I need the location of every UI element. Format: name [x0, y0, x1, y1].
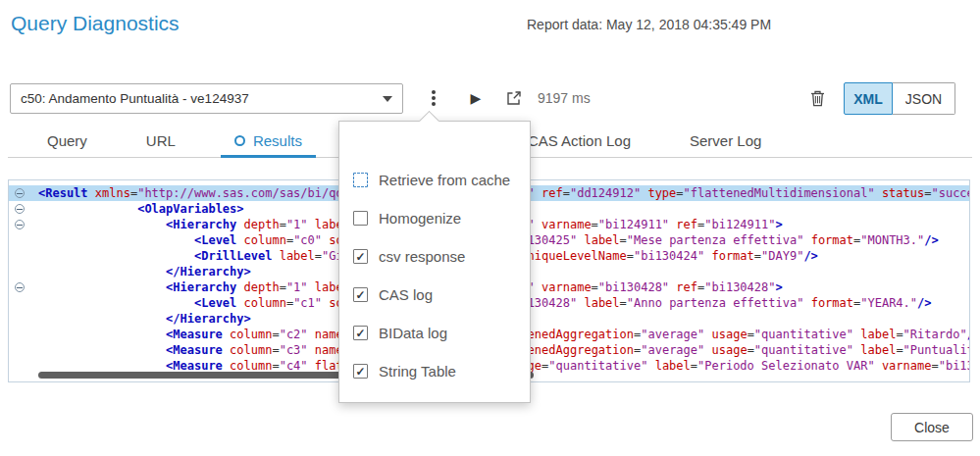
menu-item-label: BIData log	[379, 325, 447, 341]
menu-item-cas-log[interactable]: ✓CAS log	[339, 276, 530, 314]
menu-item-csv-response[interactable]: ✓csv response	[339, 237, 530, 276]
play-icon: ▶	[471, 90, 482, 106]
checkbox-retrieve-from-cache[interactable]	[353, 173, 368, 187]
run-query-button[interactable]: ▶	[463, 83, 489, 113]
tab-label: Query	[47, 132, 87, 149]
page-title: Query Diagnostics	[11, 12, 180, 35]
menu-item-label: CAS log	[379, 286, 433, 303]
report-date-label: Report data:	[527, 17, 602, 32]
tab-query[interactable]: Query	[18, 124, 117, 157]
trash-icon	[810, 90, 825, 107]
format-json-button[interactable]: JSON	[893, 82, 955, 115]
kebab-menu-icon	[432, 96, 436, 100]
collapse-icon[interactable]	[15, 220, 25, 229]
report-date-value: May 12, 2018 04:35:49 PM	[606, 17, 771, 32]
code-text: </Hierarchy>	[38, 312, 251, 326]
menu-item-label: Retrieve from cache	[379, 172, 510, 188]
collapse-icon[interactable]	[15, 188, 25, 198]
menu-item-homogenize[interactable]: Homogenize	[339, 199, 530, 237]
code-text: <OlapVariables>	[38, 202, 244, 216]
options-menu-button[interactable]	[421, 83, 446, 113]
options-menu-items: Retrieve from cacheHomogenize✓csv respon…	[339, 161, 530, 390]
checkbox-cas-log[interactable]: ✓	[353, 287, 368, 302]
checkbox-homogenize[interactable]	[353, 211, 368, 226]
open-in-new-icon	[506, 90, 522, 106]
code-text: </Hierarchy>	[38, 265, 251, 279]
popup-arrow-icon	[419, 111, 439, 131]
format-xml-button[interactable]: XML	[844, 82, 893, 115]
menu-item-string-table[interactable]: ✓String Table	[339, 352, 530, 390]
menu-item-label: Homogenize	[379, 210, 461, 227]
checkbox-csv-response[interactable]: ✓	[353, 249, 368, 264]
menu-item-retrieve-from-cache[interactable]: Retrieve from cache	[339, 161, 530, 199]
query-diagnostics-panel: Query Diagnostics Report data: May 12, 2…	[0, 0, 980, 456]
tab-label: Results	[253, 132, 302, 149]
options-menu: Retrieve from cacheHomogenize✓csv respon…	[338, 121, 531, 403]
chevron-down-icon	[383, 96, 392, 102]
query-select-value: c50: Andamento Puntualità - ve124937	[21, 91, 375, 106]
checkbox-bidata-log[interactable]: ✓	[353, 326, 368, 340]
query-select[interactable]: c50: Andamento Puntualità - ve124937	[10, 83, 403, 114]
tab-url[interactable]: URL	[117, 124, 205, 157]
report-date: Report data: May 12, 2018 04:35:49 PM	[527, 17, 771, 32]
duration-label: 9197 ms	[538, 90, 591, 106]
tab-results[interactable]: Results	[205, 124, 332, 157]
close-button[interactable]: Close	[891, 413, 973, 441]
menu-item-label: csv response	[379, 248, 465, 265]
tab-label: Server Log	[690, 132, 761, 149]
tab-label: URL	[146, 132, 176, 149]
collapse-icon[interactable]	[15, 204, 25, 214]
tab-label: CAS Action Log	[528, 132, 631, 149]
format-toggle: XMLJSON	[844, 82, 955, 115]
export-button[interactable]	[501, 83, 527, 113]
menu-item-bidata-log[interactable]: ✓BIData log	[339, 314, 530, 352]
checkbox-string-table[interactable]: ✓	[353, 364, 368, 379]
delete-button[interactable]	[804, 83, 830, 113]
menu-item-label: String Table	[379, 363, 456, 380]
results-status-circle-icon	[234, 135, 245, 146]
tab-server-log[interactable]: Server Log	[660, 124, 791, 157]
collapse-icon[interactable]	[15, 282, 25, 292]
